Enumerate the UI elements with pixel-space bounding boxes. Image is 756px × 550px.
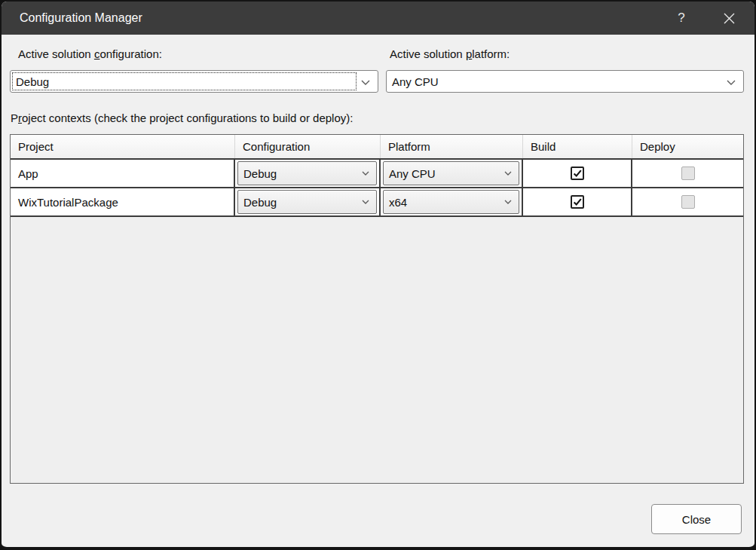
platform-select[interactable]: x64 [383, 190, 519, 214]
chevron-down-icon [361, 80, 370, 85]
deploy-cell [632, 188, 743, 215]
column-header-project[interactable]: Project [11, 135, 235, 158]
active-configuration-value: Debug [16, 75, 49, 88]
deploy-checkbox [681, 195, 695, 209]
project-contexts-grid: Project Configuration Platform Build Dep… [10, 134, 744, 484]
project-contexts-label: Project contexts (check the project conf… [11, 112, 353, 124]
checkmark-icon [572, 197, 583, 207]
column-header-platform[interactable]: Platform [381, 135, 523, 158]
table-row: App Debug Any CPU [11, 160, 743, 188]
close-window-button[interactable] [713, 2, 745, 35]
close-icon [724, 13, 735, 24]
project-name-cell[interactable]: WixTutorialPackage [11, 188, 235, 215]
help-icon: ? [678, 11, 684, 26]
column-header-configuration[interactable]: Configuration [235, 135, 381, 158]
checkmark-icon [572, 168, 583, 179]
chevron-down-icon [504, 171, 512, 176]
configuration-select[interactable]: Debug [237, 161, 377, 185]
active-configuration-select[interactable]: Debug [10, 70, 378, 93]
chevron-down-icon [504, 200, 512, 204]
build-checkbox[interactable] [571, 195, 584, 209]
build-cell [523, 188, 632, 215]
platform-select[interactable]: Any CPU [383, 161, 519, 185]
configuration-value: Debug [243, 196, 277, 209]
chevron-down-icon [362, 200, 369, 204]
configuration-manager-dialog: Configuration Manager ? Active solution … [0, 0, 756, 550]
active-configuration-label: Active solution configuration: [18, 47, 162, 60]
deploy-cell [632, 160, 743, 187]
close-button[interactable]: Close [651, 504, 742, 534]
build-checkbox[interactable] [571, 167, 584, 180]
configuration-value: Debug [243, 167, 277, 180]
titlebar: Configuration Manager ? [2, 2, 754, 35]
chevron-down-icon [362, 171, 369, 176]
platform-value: Any CPU [389, 167, 436, 180]
column-header-build[interactable]: Build [523, 135, 632, 158]
configuration-cell: Debug [235, 188, 381, 215]
platform-cell: Any CPU [381, 160, 523, 187]
platform-value: x64 [389, 196, 407, 209]
help-button[interactable]: ? [668, 2, 695, 35]
active-platform-select[interactable]: Any CPU [386, 70, 744, 93]
table-row: WixTutorialPackage Debug x64 [11, 188, 743, 217]
chevron-down-icon [727, 80, 736, 85]
project-name-cell[interactable]: App [11, 160, 235, 187]
active-platform-label: Active solution platform: [390, 47, 510, 60]
grid-header-row: Project Configuration Platform Build Dep… [11, 135, 743, 160]
platform-cell: x64 [381, 188, 523, 215]
dialog-title: Configuration Manager [20, 11, 142, 25]
active-platform-value: Any CPU [392, 75, 439, 88]
configuration-cell: Debug [235, 160, 381, 187]
column-header-deploy[interactable]: Deploy [632, 135, 743, 158]
build-cell [523, 160, 632, 187]
deploy-checkbox [681, 167, 695, 180]
configuration-select[interactable]: Debug [237, 190, 377, 214]
focus-rectangle [12, 72, 357, 90]
